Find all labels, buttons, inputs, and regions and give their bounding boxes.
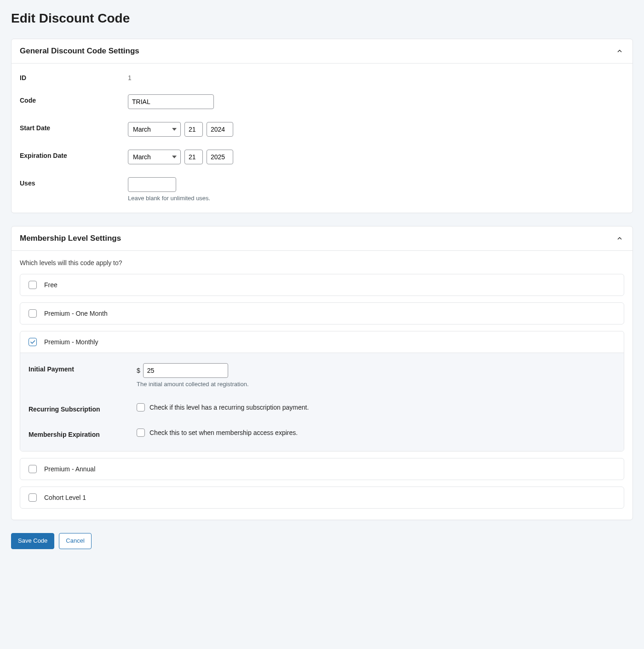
code-input[interactable] <box>128 94 214 109</box>
chevron-up-icon <box>615 234 624 243</box>
id-value: 1 <box>128 72 624 81</box>
expiration-day-input[interactable] <box>184 150 203 164</box>
level-card-premium-annual: Premium - Annual <box>20 458 624 480</box>
code-label: Code <box>20 94 128 104</box>
id-row: ID 1 <box>20 72 624 81</box>
uses-hint: Leave blank for unlimited uses. <box>128 195 624 202</box>
initial-payment-row: Initial Payment $ The initial amount col… <box>29 363 615 388</box>
currency-symbol: $ <box>137 367 140 374</box>
initial-payment-hint: The initial amount collected at registra… <box>137 381 615 388</box>
uses-label: Uses <box>20 177 128 187</box>
membership-expiration-label: Membership Expiration <box>29 429 137 438</box>
start-year-input[interactable] <box>207 122 233 137</box>
start-month-select[interactable]: March <box>128 122 181 137</box>
level-name: Premium - Monthly <box>44 338 98 346</box>
level-checkbox-free[interactable] <box>29 281 37 289</box>
level-card-premium-one-month: Premium - One Month <box>20 302 624 324</box>
level-head-free[interactable]: Free <box>20 274 624 296</box>
level-checkbox-cohort-level-1[interactable] <box>29 493 37 502</box>
expiration-date-row: Expiration Date March <box>20 150 624 164</box>
initial-payment-input[interactable] <box>143 363 228 378</box>
general-settings-body: ID 1 Code Start Date March <box>12 64 632 213</box>
chevron-up-icon <box>615 46 624 56</box>
code-row: Code <box>20 94 624 109</box>
start-day-input[interactable] <box>184 122 203 137</box>
level-checkbox-premium-annual[interactable] <box>29 465 37 473</box>
level-card-premium-monthly: Premium - Monthly Initial Payment $ The … <box>20 331 624 452</box>
level-checkbox-premium-monthly[interactable] <box>29 338 37 346</box>
cancel-button[interactable]: Cancel <box>59 533 91 549</box>
start-date-row: Start Date March <box>20 122 624 137</box>
membership-settings-body: Which levels will this code apply to? Fr… <box>12 251 632 520</box>
membership-intro: Which levels will this code apply to? <box>20 259 624 267</box>
start-date-label: Start Date <box>20 122 128 132</box>
general-settings-header[interactable]: General Discount Code Settings <box>12 39 632 64</box>
level-head-premium-monthly[interactable]: Premium - Monthly <box>20 331 624 353</box>
general-settings-title: General Discount Code Settings <box>20 46 139 56</box>
save-button[interactable]: Save Code <box>11 533 54 549</box>
level-head-premium-one-month[interactable]: Premium - One Month <box>20 303 624 324</box>
recurring-label: Recurring Subscription <box>29 403 137 413</box>
action-row: Save Code Cancel <box>11 533 633 549</box>
level-checkbox-premium-one-month[interactable] <box>29 309 37 318</box>
level-head-premium-annual[interactable]: Premium - Annual <box>20 458 624 480</box>
initial-payment-label: Initial Payment <box>29 363 137 373</box>
level-sub-premium-monthly: Initial Payment $ The initial amount col… <box>20 353 624 451</box>
recurring-text: Check if this level has a recurring subs… <box>150 404 309 411</box>
level-name: Premium - One Month <box>44 310 108 317</box>
uses-row: Uses Leave blank for unlimited uses. <box>20 177 624 202</box>
expiration-date-label: Expiration Date <box>20 150 128 159</box>
level-card-cohort-level-1: Cohort Level 1 <box>20 487 624 509</box>
recurring-row: Recurring Subscription Check if this lev… <box>29 403 615 413</box>
level-name: Cohort Level 1 <box>44 494 86 501</box>
membership-settings-title: Membership Level Settings <box>20 234 121 243</box>
membership-expiration-row: Membership Expiration Check this to set … <box>29 429 615 438</box>
membership-settings-header[interactable]: Membership Level Settings <box>12 226 632 251</box>
level-name: Free <box>44 281 58 289</box>
membership-settings-panel: Membership Level Settings Which levels w… <box>11 226 633 520</box>
membership-expiration-text: Check this to set when membership access… <box>150 429 298 436</box>
level-head-cohort-level-1[interactable]: Cohort Level 1 <box>20 487 624 508</box>
id-label: ID <box>20 72 128 81</box>
page-title: Edit Discount Code <box>11 11 633 26</box>
level-name: Premium - Annual <box>44 465 95 473</box>
uses-input[interactable] <box>128 177 176 192</box>
membership-expiration-checkbox[interactable] <box>137 429 145 437</box>
expiration-year-input[interactable] <box>207 150 233 164</box>
recurring-checkbox[interactable] <box>137 403 145 411</box>
expiration-month-select[interactable]: March <box>128 150 181 164</box>
general-settings-panel: General Discount Code Settings ID 1 Code… <box>11 39 633 213</box>
level-card-free: Free <box>20 274 624 296</box>
